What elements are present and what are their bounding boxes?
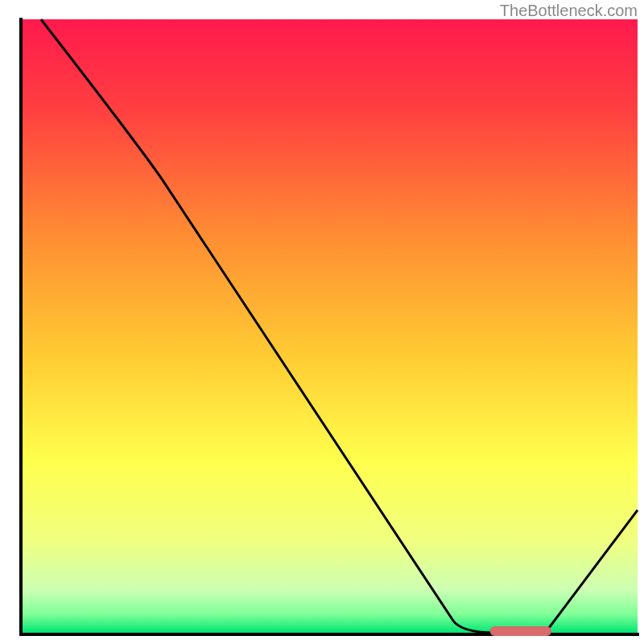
- bottleneck-chart: [0, 0, 644, 644]
- watermark-text: TheBottleneck.com: [500, 2, 638, 20]
- chart-container: TheBottleneck.com: [0, 0, 644, 644]
- optimal-marker: [490, 626, 551, 636]
- y-axis: [19, 18, 23, 636]
- gradient-background: [23, 19, 638, 633]
